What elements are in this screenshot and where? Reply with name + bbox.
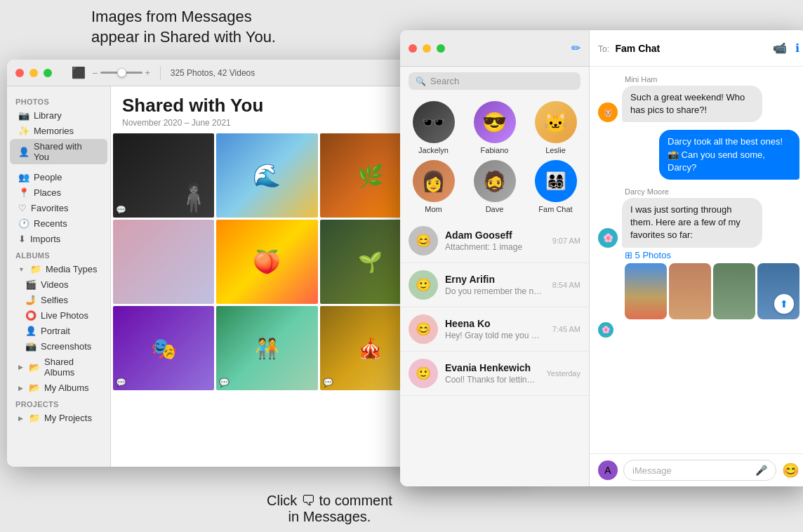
contact-pin-leslie[interactable]: 🐱 Leslie bbox=[528, 101, 583, 154]
conversation-evania[interactable]: 🙂 Evania Henkewich Cool! Thanks for lett… bbox=[400, 352, 589, 396]
sidebar-item-screenshots[interactable]: 📸 Screenshots bbox=[10, 339, 107, 354]
sidebar-item-my-projects[interactable]: ▶ 📁 My Projects bbox=[10, 411, 107, 425]
screenshots-icon: 📸 bbox=[25, 341, 36, 352]
selfies-label: Selfies bbox=[41, 295, 68, 305]
photo-thumbnail-3[interactable] bbox=[713, 263, 755, 319]
shared-with-you-label: Shared with You bbox=[34, 141, 99, 162]
photos-preview-label: ⊞ 5 Photos bbox=[625, 250, 799, 260]
close-button[interactable] bbox=[15, 69, 24, 77]
contact-pin-fabiano[interactable]: 😎 Fabiano bbox=[467, 101, 522, 154]
messages-titlebar: ✏ bbox=[400, 30, 589, 67]
shared-albums-icon: 📂 bbox=[29, 362, 40, 373]
message-group-sent: Darcy took all the best ones! 📸 Can you … bbox=[598, 130, 799, 182]
sidebar-item-library[interactable]: 📷 Library bbox=[10, 108, 107, 123]
comment-icon[interactable]: 💬 bbox=[116, 378, 126, 387]
sidebar-item-shared-albums[interactable]: ▶ 📂 Shared Albums bbox=[10, 354, 107, 380]
photo-thumbnail-2[interactable] bbox=[669, 263, 711, 319]
sidebar-item-favorites[interactable]: ♡ Favorites bbox=[10, 201, 107, 215]
emoji-button[interactable]: 😊 bbox=[782, 462, 799, 479]
contact-name-mom: Mom bbox=[425, 205, 442, 213]
contact-pin-fam-chat[interactable]: 👨‍👩‍👧‍👦 Fam Chat bbox=[528, 160, 583, 213]
conv-preview-heena: Hey! Gray told me you might have some go… bbox=[445, 331, 545, 340]
zoom-slider[interactable]: – + bbox=[93, 68, 150, 78]
people-icon: 👥 bbox=[18, 172, 29, 182]
search-placeholder: Search bbox=[430, 76, 459, 86]
albums-section-label: Albums bbox=[7, 247, 110, 261]
photo-cell[interactable]: 🎭 💬 bbox=[113, 306, 214, 390]
sender-name-mini-ham: Mini Ham bbox=[625, 75, 799, 84]
conv-info-evania: Evania Henkewich Cool! Thanks for lettin… bbox=[445, 362, 539, 385]
contact-name-dave: Dave bbox=[486, 205, 504, 213]
minimize-button[interactable] bbox=[29, 69, 38, 77]
messages-sidebar: ✏ 🔍 Search 🕶️ Jackelyn 😎 Fabiano bbox=[400, 30, 590, 486]
chat-title-area: To: Fam Chat bbox=[598, 42, 767, 55]
comment-icon[interactable]: 💬 bbox=[323, 378, 333, 387]
sidebar-item-my-albums[interactable]: ▶ 📂 My Albums bbox=[10, 380, 107, 395]
messages-chat: To: Fam Chat 📹 ℹ Mini Ham 🐹 Such a great… bbox=[590, 30, 803, 486]
photo-cell[interactable]: 🌊 bbox=[216, 133, 317, 218]
messages-fullscreen[interactable] bbox=[437, 44, 445, 53]
conv-avatar-evania: 🙂 bbox=[409, 359, 438, 388]
videos-icon: 🎬 bbox=[25, 279, 36, 290]
selfies-icon: 🤳 bbox=[25, 295, 36, 305]
info-icon[interactable]: ℹ bbox=[795, 41, 799, 55]
library-icon: 📷 bbox=[18, 110, 29, 121]
contact-pin-dave[interactable]: 🧔 Dave bbox=[467, 160, 522, 213]
photo-cell[interactable]: 🧑‍🤝‍🧑 💬 bbox=[216, 306, 317, 390]
sidebar-item-imports[interactable]: ⬇ Imports bbox=[10, 232, 107, 246]
messages-search-area: 🔍 Search bbox=[400, 67, 589, 95]
contact-name-fam-chat: Fam Chat bbox=[538, 205, 572, 213]
sidebar-item-videos[interactable]: 🎬 Videos bbox=[10, 277, 107, 292]
places-icon: 📍 bbox=[18, 187, 29, 198]
sidebar-item-people[interactable]: 👥 People bbox=[10, 170, 107, 185]
recents-label: Recents bbox=[34, 218, 67, 229]
bubble-darcy: I was just sorting through them. Here ar… bbox=[622, 198, 762, 248]
sidebar-item-shared-with-you[interactable]: 👤 Shared with You bbox=[10, 139, 107, 164]
conv-preview-adam: Attachment: 1 image bbox=[445, 242, 545, 252]
sidebar-item-portrait[interactable]: 👤 Portrait bbox=[10, 324, 107, 338]
sidebar-item-live-photos[interactable]: ⭕ Live Photos bbox=[10, 308, 107, 323]
photo-thumbnail-1[interactable] bbox=[625, 263, 667, 319]
sidebar-item-memories[interactable]: ✨ Memories bbox=[10, 124, 107, 138]
chat-input-area: A iMessage 🎤 😊 bbox=[590, 453, 803, 486]
conv-name-heena: Heena Ko bbox=[445, 318, 545, 329]
audio-icon: 🎤 bbox=[755, 465, 767, 476]
facetime-icon[interactable]: 📹 bbox=[773, 41, 787, 55]
message-input[interactable]: iMessage 🎤 bbox=[623, 460, 776, 481]
conv-info-adam: Adam Gooseff Attachment: 1 image bbox=[445, 230, 545, 252]
screenshots-label: Screenshots bbox=[41, 341, 91, 352]
sidebar-item-places[interactable]: 📍 Places bbox=[10, 185, 107, 200]
share-photos-button[interactable]: ⬆ bbox=[774, 294, 794, 314]
fullscreen-button[interactable] bbox=[44, 69, 52, 77]
conversation-erny[interactable]: 🙂 Erny Arifin Do you remember the name o… bbox=[400, 263, 589, 307]
sidebar-item-selfies[interactable]: 🤳 Selfies bbox=[10, 293, 107, 307]
avatar-darcy: 🌸 bbox=[598, 228, 618, 248]
memories-icon: ✨ bbox=[18, 126, 29, 136]
messages-minimize[interactable] bbox=[423, 44, 431, 53]
contact-name-jackelyn: Jackelyn bbox=[418, 146, 449, 154]
shared-albums-label: Shared Albums bbox=[44, 357, 99, 378]
conv-preview-evania: Cool! Thanks for letting me know. bbox=[445, 375, 539, 385]
imports-icon: ⬇ bbox=[18, 234, 26, 244]
comment-icon[interactable]: 💬 bbox=[116, 205, 126, 215]
photo-cell[interactable]: 🍑 bbox=[216, 220, 317, 304]
contact-pin-mom[interactable]: 👩 Mom bbox=[406, 160, 461, 213]
conv-name-erny: Erny Arifin bbox=[445, 274, 545, 285]
photo-cell[interactable] bbox=[113, 220, 214, 304]
compose-button[interactable]: ✏ bbox=[571, 41, 580, 55]
conv-time-evania: Yesterday bbox=[546, 369, 580, 378]
contact-pin-jackelyn[interactable]: 🕶️ Jackelyn bbox=[406, 101, 461, 154]
my-albums-icon: 📂 bbox=[29, 383, 40, 393]
message-row-mini-ham: 🐹 Such a great weekend! Who has pics to … bbox=[598, 86, 799, 122]
sidebar-item-recents[interactable]: 🕐 Recents bbox=[10, 216, 107, 231]
search-icon: 🔍 bbox=[416, 77, 426, 86]
media-types-label: Media Types bbox=[46, 264, 97, 274]
conversation-heena[interactable]: 😊 Heena Ko Hey! Gray told me you might h… bbox=[400, 307, 589, 352]
conversation-adam[interactable]: 😊 Adam Gooseff Attachment: 1 image 9:07 … bbox=[400, 219, 589, 263]
sidebar-item-media-types[interactable]: ▼ 📁 Media Types bbox=[10, 262, 107, 277]
comment-icon[interactable]: 💬 bbox=[219, 378, 230, 387]
search-box[interactable]: 🔍 Search bbox=[409, 72, 580, 90]
messages-close[interactable] bbox=[409, 44, 417, 53]
toolbar-divider bbox=[160, 66, 161, 80]
photo-cell[interactable]: 🧍 💬 bbox=[113, 133, 214, 218]
